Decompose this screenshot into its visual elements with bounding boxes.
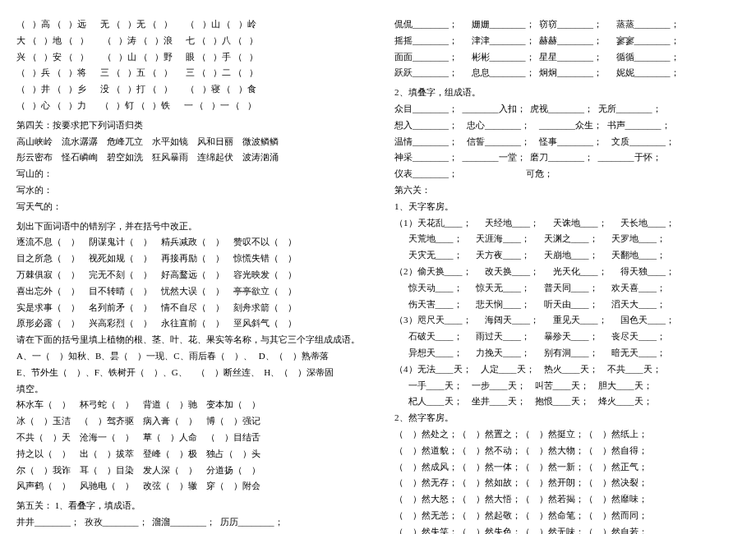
- tian-5: 伤天害____； 悲天悯____； 听天由____； 滔天大____；: [394, 297, 740, 313]
- tian-9: （4）无法____天； 人定____天； 热火____天； 不共____天；: [394, 361, 740, 378]
- redup2-1: 想入________； 忠心________； ________众生； 书声__…: [394, 117, 740, 134]
- section4-prompt-0: 写山的：: [16, 166, 362, 182]
- fill-row-3: 持之以（ ） 出（ ）拔萃 登峰（ ）极 独占（ ）头: [16, 446, 362, 463]
- ran-5: （ ）然无恙；（ ）然起敬；（ ）然命笔；（ ）然而同；: [394, 508, 740, 524]
- tian-6: （3）咫尺天____； 海阔天____； 重见天____； 国色天____；: [394, 312, 740, 329]
- errors-row-1: 目之所急（ ） 视死如规（ ） 再接再励（ ） 惊慌失错（ ）: [16, 251, 362, 267]
- ran-2: （ ）然成风；（ ）然一体；（ ）然一新；（ ）然正气；: [394, 459, 740, 476]
- ran-6: （ ）然失笑；（ ）然失色；（ ）然无味；（ ）然自若；: [394, 524, 740, 534]
- fill-pattern-0: （ ）高 （ ）远 无 （ ）无 （ ） （ ）山 （ ）岭: [16, 16, 362, 33]
- fill-row-5: 风声鹤（ ） 风驰电（ ） 改弦（ ）辙 穿（ ）附会: [16, 478, 362, 495]
- tian-11: 杞人____天； 坐井____天； 抱恨____天； 烽火____天；: [394, 394, 740, 410]
- errors-row-2: 万棘俱寂（ ） 完无不刻（ ） 好高鹜远（ ） 容光映发（ ）: [16, 267, 362, 283]
- section5-title: 第五关： 1、看叠字，填成语。: [16, 498, 362, 514]
- section4-words-0: 高山峡岭 流水潺潺 危峰兀立 水平如镜 风和日丽 微波鳞鳞: [16, 134, 362, 150]
- redup2-2: 温情________； 信誓________； 怪事________； 文质__…: [394, 134, 740, 150]
- r-redup-3: 跃跃________； 息息________； 炯炯________； 妮妮__…: [394, 65, 740, 81]
- r-redup-0: 侃侃________； 姗姗________； 窃窃________； 蒸蒸__…: [394, 16, 740, 33]
- redup-row-1: 默默________； 斤斤________； 洋洋________； 步步__…: [16, 531, 362, 534]
- section4-title: 第四关：按要求把下列词语归类: [16, 117, 362, 134]
- fill-pattern-5: （ ）心 （ ）力 （ ）钉 （ ）铁 一 （ ）一 （ ）: [16, 98, 362, 114]
- redup2-4: 仪表________； 可危；: [394, 166, 740, 182]
- redup-row-0: 井井________； 孜孜________； 溜溜________； 历历__…: [16, 514, 362, 531]
- fill-pattern-4: （ ）井 （ ）乡 没 （ ）打 （ ） （ ）寝 （ ）食: [16, 81, 362, 98]
- errors-row-5: 原形必露（ ） 兴高彩烈（ ） 永往直前（ ） 巠风斜气（ ）: [16, 315, 362, 332]
- section4-prompt-1: 写水的：: [16, 182, 362, 199]
- ran-0: （ ）然处之；（ ）然置之；（ ）然挺立；（ ）然纸上；: [394, 426, 740, 443]
- section4-prompt-2: 写天气的：: [16, 199, 362, 215]
- left-column: （ ）高 （ ）远 无 （ ）无 （ ） （ ）山 （ ）岭 大 （ ）地 （ …: [16, 16, 362, 534]
- fill-row-2: 不共（ ）天 沧海一（ ） 草（ ）人命 （ ）目结舌: [16, 430, 362, 446]
- sub2-title: 2、然字客房。: [394, 410, 740, 426]
- fill-row-4: 尔（ ）我诈 耳（ ）目染 发人深（ ） 分道扬（ ）: [16, 463, 362, 479]
- errors-row-4: 实是求事（ ） 名列前矛（ ） 情不自尽（ ） 刻舟求箭（ ）: [16, 300, 362, 316]
- tian-0: （1）天花乱____； 天经地____； 天诛地____； 天长地____；: [394, 215, 740, 232]
- ran-1: （ ）然道貌；（ ）然不动；（ ）然大物；（ ）然自得；: [394, 443, 740, 459]
- errors-title: 划出下面词语中的错别字，并在括号中改正。: [16, 219, 362, 235]
- section6-title: 第六关：: [394, 182, 740, 199]
- fill-row-0: 杯水车（ ） 杯弓蛇（ ） 背道（ ）驰 变本加（ ）: [16, 397, 362, 413]
- tian-3: （2）偷天换____； 改天换____； 光天化____； 得天独____；: [394, 264, 740, 280]
- tian-10: 一手____天； 一步____天； 叫苦____天； 胆大____天；: [394, 378, 740, 394]
- right-column: 侃侃________； 姗姗________； 窃窃________； 蒸蒸__…: [394, 16, 740, 534]
- section2-title: 2、填叠字，组成语。: [394, 85, 740, 101]
- fill-pattern-3: （ ）兵 （ ）将 三 （ ）五 （ ） 三 （ ）二 （ ）: [16, 65, 362, 81]
- r-redup-2: 面面________； 彬彬________； 星星________； 循循__…: [394, 49, 740, 66]
- tian-1: 天荒地____； 天涯海____； 天渊之____； 天罗地____；: [394, 231, 740, 247]
- plants-title: 请在下面的括号里填上植物的根、茎、叶、花、果实等名称，与其它三个字组成成语。: [16, 332, 362, 348]
- plants-row-1: E、节外生（ ）、F、铁树开（ ）、G、 （ ）断丝连、 H、（ ）深蒂固: [16, 365, 362, 381]
- tian-4: 惊天动____； 惊天无____； 普天同____； 欢天喜____；: [394, 280, 740, 297]
- tian-7: 石破天____； 雨过天____； 暴殄天____； 丧尽天____；: [394, 329, 740, 345]
- plants-row-0: A、一（ ）知秋、B、昙（ ）一现、C、雨后春（ ）、 D、（ ）熟蒂落: [16, 348, 362, 365]
- tian-2: 天灾无____； 天方夜____； 天崩地____； 天翻地____；: [394, 247, 740, 264]
- redup2-0: 众目________； ________入扣； 虎视________； 无所__…: [394, 101, 740, 117]
- fill-pattern-1: 大 （ ）地 （ ） （ ）涛 （ ）浪 七 （ ）八 （ ）: [16, 33, 362, 49]
- ran-4: （ ）然大怒；（ ）然大悟；（ ）然若揭；（ ）然靡味；: [394, 491, 740, 508]
- fill-row-1: 冰（ ）玉洁 （ ）驾齐驱 病入膏（ ） 博（ ）强记: [16, 413, 362, 430]
- tian-8: 异想天____； 力挽天____； 别有洞____； 暗无天____；: [394, 345, 740, 361]
- errors-row-0: 逐流不息（ ） 阴谋鬼计（ ） 精兵减政（ ） 赞叹不以（ ）: [16, 234, 362, 251]
- plants-row-2: 填空。: [16, 381, 362, 398]
- section4-words-1: 彤云密布 怪石嶙峋 碧空如洗 狂风暴雨 连绵起伏 波涛汹涌: [16, 150, 362, 166]
- fill-pattern-2: 兴 （ ）安 （ ） （ ）山 （ ）野 眼 （ ）手 （ ）: [16, 49, 362, 66]
- r-redup-1: 摇摇________； 津津________； 赫赫________； 寥寥__…: [394, 33, 740, 49]
- errors-row-3: 喜出忘外（ ） 目不转晴（ ） 忧然大误（ ） 亭亭欲立（ ）: [16, 283, 362, 300]
- ran-3: （ ）然无存；（ ）然如故；（ ）然开朗；（ ）然决裂；: [394, 475, 740, 491]
- sub1-title: 1、天字客房。: [394, 199, 740, 215]
- redup2-3: 神采________； ________一堂； 磨刀________； ____…: [394, 150, 740, 166]
